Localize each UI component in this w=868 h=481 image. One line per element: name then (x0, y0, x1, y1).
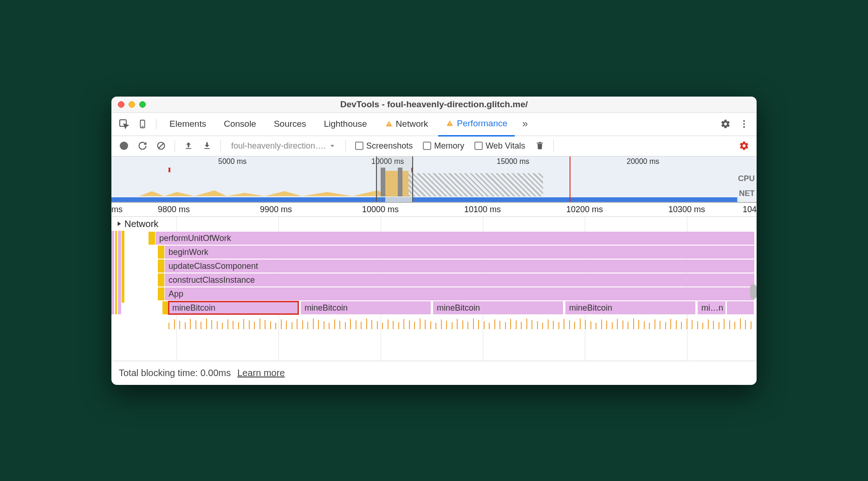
profile-select[interactable]: foul-heavenly-direction…. (227, 139, 340, 153)
tab-network[interactable]: Network (377, 112, 436, 136)
ruler-tick: 10100 ms (464, 205, 501, 214)
flame-rows: performUnitOfWork beginWork updateClassC… (111, 218, 757, 329)
tab-label: Sources (274, 119, 306, 129)
track-header-label: Network (124, 219, 158, 229)
flame-micro-ticks (168, 315, 753, 329)
webvitals-checkbox[interactable]: Web Vitals (471, 141, 529, 151)
network-track-header[interactable]: Network (113, 218, 161, 230)
flame-frame[interactable]: mineBitcoin (433, 301, 563, 314)
more-tabs-button[interactable]: » (518, 118, 532, 130)
device-toolbar-icon[interactable] (135, 116, 150, 132)
warning-icon (446, 120, 454, 127)
total-blocking-time: Total blocking time: 0.00ms (119, 368, 231, 378)
flame-frame[interactable]: mi…n (698, 301, 725, 314)
svg-rect-14 (537, 143, 543, 143)
trash-icon[interactable] (532, 138, 548, 154)
kebab-menu-icon[interactable] (736, 116, 752, 132)
ruler-tick: 104 (743, 205, 757, 214)
reload-button[interactable] (135, 138, 150, 154)
overview-viewport-selection[interactable] (376, 156, 413, 202)
svg-point-7 (743, 120, 745, 122)
screenshots-checkbox[interactable]: Screenshots (351, 141, 416, 151)
svg-rect-3 (389, 123, 389, 124)
performance-toolbar: foul-heavenly-direction…. Screenshots Me… (111, 136, 757, 156)
upload-icon[interactable] (181, 138, 196, 154)
ruler-tick: 9800 ms (158, 205, 190, 214)
footer-bar: Total blocking time: 0.00ms Learn more (111, 361, 757, 385)
flame-frame[interactable] (727, 301, 754, 314)
tab-lighthouse[interactable]: Lighthouse (317, 112, 375, 136)
tab-performance[interactable]: Performance (438, 112, 515, 136)
flame-frame[interactable]: constructClassInstance (165, 273, 754, 286)
flame-frame[interactable] (158, 260, 164, 273)
learn-more-link[interactable]: Learn more (237, 368, 285, 378)
collapse-arrow-icon (116, 221, 123, 227)
svg-point-8 (743, 123, 745, 125)
overview-marker (570, 156, 570, 202)
tick-label: 20000 ms (627, 157, 659, 166)
flame-frame[interactable]: mineBitcoin (565, 301, 695, 314)
tab-label: Network (396, 119, 428, 129)
timeline-ruler[interactable]: ms 9800 ms 9900 ms 10000 ms 10100 ms 102… (111, 203, 757, 217)
flame-frame[interactable] (158, 246, 164, 259)
svg-point-9 (743, 126, 745, 128)
tab-label: Elements (169, 119, 206, 129)
flame-frame[interactable]: App (165, 287, 754, 300)
flame-frame[interactable] (158, 287, 164, 300)
tab-elements[interactable]: Elements (162, 112, 214, 136)
ruler-tick: 10300 ms (668, 205, 705, 214)
memory-checkbox[interactable]: Memory (419, 141, 468, 151)
close-window-button[interactable] (118, 101, 124, 108)
flame-frame[interactable]: performUnitOfWork (155, 232, 754, 245)
settings-icon[interactable] (718, 116, 733, 132)
clear-button[interactable] (153, 138, 169, 154)
window-title: DevTools - foul-heavenly-direction.glitc… (340, 99, 528, 110)
checkbox-label: Screenshots (366, 141, 413, 151)
svg-rect-12 (186, 148, 191, 149)
separator (156, 118, 156, 130)
flame-frame[interactable]: beginWork (165, 246, 754, 259)
flame-frame[interactable] (149, 232, 155, 245)
devtools-window: DevTools - foul-heavenly-direction.glitc… (111, 97, 757, 385)
download-icon[interactable] (199, 138, 215, 154)
tick-label: 5000 ms (218, 157, 246, 166)
svg-rect-4 (389, 125, 389, 125)
capture-settings-icon[interactable] (736, 138, 752, 154)
tick-label: 15000 ms (497, 157, 529, 166)
select-value: foul-heavenly-direction…. (231, 141, 326, 151)
svg-rect-13 (204, 148, 210, 149)
separator (345, 140, 346, 151)
ruler-tick: 9900 ms (260, 205, 292, 214)
flame-frame-highlighted[interactable]: mineBitcoin (168, 301, 298, 314)
net-label: NET (738, 189, 755, 198)
inspect-element-icon[interactable] (116, 116, 132, 132)
tab-sources[interactable]: Sources (266, 112, 314, 136)
tab-console[interactable]: Console (216, 112, 264, 136)
flame-frame[interactable] (158, 273, 164, 286)
overview-panel[interactable]: 5000 ms 10000 ms 15000 ms 20000 ms CPU N… (111, 156, 757, 203)
window-controls (118, 101, 146, 108)
minimize-window-button[interactable] (129, 101, 135, 108)
overview-cpu-chart (111, 166, 738, 202)
vertical-scrollbar[interactable] (750, 284, 757, 299)
overview-net-activity (412, 197, 737, 202)
titlebar: DevTools - foul-heavenly-direction.glitc… (111, 97, 757, 113)
svg-line-11 (159, 143, 163, 148)
ruler-tick: ms (111, 205, 123, 214)
flame-frame[interactable]: mineBitcoin (301, 301, 431, 314)
svg-rect-6 (450, 124, 450, 125)
tab-bar: Elements Console Sources Lighthouse Netw… (111, 113, 757, 136)
maximize-window-button[interactable] (139, 101, 146, 108)
tab-label: Lighthouse (324, 119, 367, 129)
record-button[interactable] (116, 138, 132, 154)
separator (220, 140, 221, 151)
tab-label: Console (224, 119, 256, 129)
flame-frame[interactable] (162, 301, 168, 314)
cpu-label: CPU (738, 174, 755, 183)
svg-rect-5 (450, 122, 450, 124)
flame-frame[interactable]: updateClassComponent (165, 260, 754, 273)
flame-chart[interactable]: Network performUnitOfWork beginWork upda… (111, 217, 757, 361)
ruler-tick: 10000 ms (362, 205, 399, 214)
ruler-tick: 10200 ms (566, 205, 603, 214)
separator (553, 140, 554, 151)
